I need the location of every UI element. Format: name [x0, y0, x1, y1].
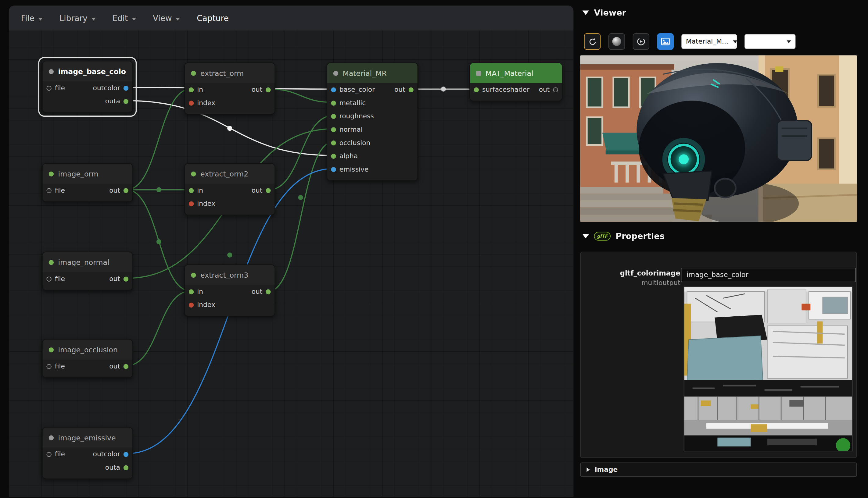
menu-item-edit[interactable]: Edit [112, 13, 136, 22]
edge-junction-dot [227, 253, 232, 258]
properties-section-header[interactable]: glTF Properties [582, 231, 664, 241]
output-port[interactable] [124, 85, 128, 90]
menu-item-capture[interactable]: Capture [197, 13, 229, 22]
input-port[interactable] [331, 167, 336, 172]
parameter-value-input[interactable]: image_base_color [681, 268, 856, 282]
port-label: roughness [340, 112, 374, 120]
node-image_normal[interactable]: image_normalfileout [42, 252, 133, 290]
output-port[interactable] [409, 87, 413, 92]
edge-extract_orm3-to-material_mr [269, 142, 333, 291]
image-section-bar[interactable]: Image [580, 462, 857, 477]
output-port[interactable] [266, 87, 270, 92]
node-extract_orm2[interactable]: extract_orm2inoutindex [184, 163, 275, 215]
menu-item-view[interactable]: View [153, 13, 180, 22]
node-material_mr[interactable]: Material_MRbase_coloroutmetallicroughnes… [327, 63, 418, 181]
material-select[interactable]: Material_M... [681, 35, 737, 49]
viewer-section-header[interactable]: Viewer [582, 8, 626, 18]
input-port[interactable] [189, 87, 194, 92]
node-header: image_base_color [43, 61, 132, 81]
input-port[interactable] [189, 201, 194, 206]
input-port[interactable] [189, 302, 194, 307]
input-port[interactable] [189, 100, 194, 105]
node-port-row: metallic [327, 96, 418, 110]
input-port[interactable] [474, 87, 479, 92]
node-image_base_color[interactable]: image_base_colorfileoutcolorouta [42, 61, 133, 113]
port-label: file [55, 84, 65, 92]
input-port[interactable] [331, 127, 336, 132]
node-mat_material[interactable]: MAT_Materialsurfaceshaderout [469, 63, 562, 101]
port-label: out [109, 186, 120, 194]
node-port-row: normal [327, 123, 418, 136]
input-port[interactable] [46, 452, 51, 457]
output-port[interactable] [553, 87, 558, 92]
output-port[interactable] [124, 452, 128, 457]
reset-view-button[interactable] [584, 33, 601, 50]
input-port[interactable] [331, 114, 336, 119]
node-type-icon [476, 70, 481, 75]
menu-item-label: File [21, 13, 35, 22]
uv-texture-image [684, 287, 853, 451]
chevron-down-icon [732, 40, 737, 43]
input-port[interactable] [46, 276, 51, 281]
port-label: outcolor [93, 450, 120, 458]
output-port[interactable] [266, 289, 270, 294]
node-image_orm[interactable]: image_ormfileout [42, 163, 133, 202]
node-port-row: emissive [327, 163, 418, 176]
menu-item-library[interactable]: Library [60, 13, 96, 22]
input-port[interactable] [331, 140, 336, 145]
node-port-row: occlusion [327, 136, 418, 150]
secondary-select[interactable] [744, 35, 795, 49]
node-extract_orm3[interactable]: extract_orm3inoutindex [184, 264, 275, 317]
collapse-arrow-icon[interactable] [582, 234, 589, 239]
port-label: file [55, 275, 65, 283]
node-image_emissive[interactable]: image_emissivefileoutcolorouta [42, 427, 133, 479]
input-port[interactable] [46, 188, 51, 193]
input-port[interactable] [331, 100, 336, 105]
node-port-row: index [185, 298, 275, 312]
node-image_occlusion[interactable]: image_occlusionfileout [42, 339, 133, 378]
port-label: occlusion [340, 139, 371, 147]
node-title: extract_orm [200, 69, 244, 77]
edge-junction-dot [298, 195, 303, 200]
node-type-icon [49, 260, 54, 264]
input-port[interactable] [331, 87, 336, 92]
node-header: image_occlusion [43, 340, 132, 359]
output-port[interactable] [124, 99, 128, 104]
node-port-row: index [185, 96, 275, 110]
port-label: emissive [340, 166, 369, 173]
texture-view-button[interactable] [657, 33, 674, 50]
environment-sphere-button[interactable] [609, 33, 625, 50]
edge-extract_orm-to-material_mr [269, 89, 333, 102]
output-port[interactable] [266, 188, 270, 193]
right-panel: Viewer [580, 0, 868, 498]
render-viewport[interactable] [580, 55, 857, 222]
parameter-type: multioutput [586, 279, 680, 287]
collapse-arrow-icon[interactable] [582, 10, 589, 15]
input-port[interactable] [46, 364, 51, 368]
menu-item-label: Capture [197, 13, 229, 22]
port-label: in [197, 288, 203, 295]
input-port[interactable] [189, 289, 194, 294]
node-port-row: roughness [327, 109, 418, 123]
node-port-row: surfaceshaderout [470, 83, 562, 96]
node-type-icon [333, 70, 338, 75]
turntable-button[interactable] [633, 33, 649, 50]
rotate-object-icon [636, 37, 646, 47]
node-port-row: base_colorout [327, 83, 418, 96]
output-port[interactable] [124, 276, 128, 281]
port-label: metallic [340, 99, 366, 107]
node-extract_orm[interactable]: extract_orminoutindex [184, 63, 275, 115]
node-type-icon [191, 273, 196, 277]
output-port[interactable] [124, 364, 128, 368]
edge-image_occlusion-to-extract_orm3 [127, 291, 191, 366]
node-graph-canvas[interactable]: image_base_colorfileoutcoloroutaextract_… [9, 30, 573, 497]
menu-item-file[interactable]: File [21, 13, 43, 22]
sphere-icon [612, 37, 621, 46]
node-port-row: fileout [43, 184, 132, 197]
node-type-icon [191, 171, 196, 176]
output-port[interactable] [124, 465, 128, 470]
output-port[interactable] [124, 188, 128, 193]
input-port[interactable] [331, 154, 336, 158]
input-port[interactable] [189, 188, 194, 193]
input-port[interactable] [46, 85, 51, 90]
